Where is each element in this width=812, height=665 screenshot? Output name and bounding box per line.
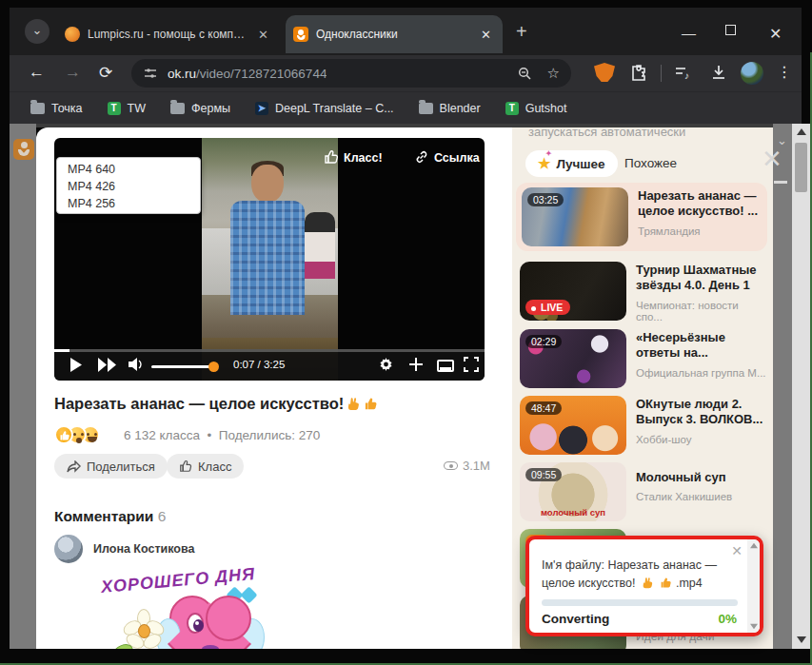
scroll-down-arrow[interactable] [797,636,806,643]
metamask-extension-icon[interactable] [594,63,615,82]
bookmark-tochka[interactable]: Точка [30,102,83,115]
bookmark-fermy[interactable]: Фермы [170,102,230,115]
tab-lumpics[interactable]: Lumpics.ru - помощь с компью... ✕ [57,17,280,51]
window-minimize-button[interactable]: — [682,25,696,41]
video-title-text: Нарезать ананас — целое искусство! [54,395,344,412]
comment-avatar[interactable] [54,535,83,563]
klass-button-label: Класс [198,460,231,474]
sparkle-star-icon: ★✦ [538,155,550,172]
popup-close-icon[interactable]: ✕ [731,543,743,558]
theater-mode-icon[interactable] [437,360,454,372]
next-button[interactable] [98,358,117,372]
related-title: Молочный суп [636,470,765,485]
popup-scrollbar[interactable] [747,539,760,633]
browser-tab-bar: ⌄ Lumpics.ru - помощь с компью... ✕ Одно… [10,8,802,55]
svg-text:♪: ♪ [684,70,689,81]
page-scrollbar[interactable] [792,124,810,649]
tab-close-icon[interactable]: ✕ [254,28,272,42]
comment-author[interactable]: Илона Костикова [93,542,194,556]
site-settings-icon[interactable] [143,66,158,81]
comments-count: 6 [158,508,167,524]
forward-button[interactable]: → [65,63,81,82]
sticker-lips [202,645,219,649]
window-close-button[interactable]: ✕ [769,25,782,43]
live-badge: LIVE [525,300,570,315]
related-title: Турнир Шахматные звёзды 4.0. День 1 [636,263,765,293]
victory-hand-emoji [642,577,654,595]
add-button[interactable] [408,357,424,372]
popup-filename: Ім'я файлу: Нарезать ананас — целое иску… [542,557,732,595]
video-title: Нарезать ананас — целое искусство! [54,395,378,415]
new-tab-button[interactable]: + [516,21,527,43]
tab-search-chevron-button[interactable]: ⌄ [25,19,50,44]
related-author: Сталик Ханкишиев [636,491,732,502]
popup-scroll-up-icon[interactable] [750,543,758,549]
progress-bar[interactable] [54,349,485,352]
profile-avatar[interactable] [741,62,763,85]
bookmark-deepl[interactable]: ➤DeepL Translate – C... [255,102,394,115]
play-button[interactable] [69,358,83,372]
scrollbar-thumb[interactable] [795,143,807,192]
related-video-item[interactable]: 03:25 Нарезать ананас — целое искусство!… [522,187,769,246]
klass-overlay-button[interactable]: Класс! [344,151,383,165]
tab-similar[interactable]: Похожее [624,156,677,170]
quality-dropdown: MP4 640 MP4 426 MP4 256 [56,157,201,214]
settings-gear-icon[interactable] [378,357,394,373]
zoom-icon[interactable] [518,67,532,81]
extensions-puzzle-icon[interactable] [630,64,647,85]
thumbs-up-emoji [364,397,378,415]
bookmark-gutshot[interactable]: TGutshot [505,102,567,115]
progress-fill [54,349,69,352]
scroll-up-arrow[interactable] [797,128,806,135]
tab-close-icon[interactable]: ✕ [477,28,495,42]
related-video-item[interactable]: LIVE Турнир Шахматные звёзды 4.0. День 1… [520,262,767,321]
url-path: /video/7128721066744 [196,67,327,81]
related-author: Чемпионат: новости спо... [636,300,767,323]
window-maximize-button[interactable] [725,25,736,35]
bookmark-label: Gutshot [525,102,567,115]
related-title: Нарезать ананас — целое искусство! ... [638,188,767,219]
tab-best[interactable]: ★✦ Лучшее [525,150,618,177]
bookmark-blender[interactable]: Blender [419,102,481,115]
likes-count[interactable]: 6 132 класса [124,428,200,442]
klass-button[interactable]: Класс [167,454,244,479]
related-video-item[interactable]: 09:55молочный суп Молочный суп Сталик Ха… [520,462,767,521]
autoplay-notice: запускаться автоматически [528,127,685,139]
dimmed-overlay-right [773,124,792,649]
address-bar[interactable]: ok.ru/video/7128721066744 ☆ [131,59,571,88]
video-thumbnail: 02:29 [520,329,626,388]
popup-scroll-down-icon[interactable] [750,624,758,630]
bookmark-label: TW [128,102,146,115]
layer-close-icon[interactable]: ✕ [762,145,782,174]
downloads-icon[interactable] [710,64,727,85]
bookmark-label: Точка [51,102,83,115]
volume-knob[interactable] [208,362,219,372]
link-icon[interactable] [414,149,429,165]
klass-thumb-icon[interactable] [324,149,339,165]
browser-menu-icon[interactable]: ⋮ [777,63,792,81]
reload-button[interactable]: ⟳ [99,63,112,83]
convert-popup[interactable]: ✕ Ім'я файлу: Нарезать ананас — целое ис… [525,536,763,636]
video-bystander [305,212,335,279]
video-layer-main: MP4 640 MP4 426 MP4 256 Класс! Ссылка 0:… [36,127,512,649]
share-button[interactable]: Поделиться [54,454,168,479]
volume-slider[interactable] [151,365,214,368]
shares-count[interactable]: Поделились: 270 [219,428,321,442]
fullscreen-icon[interactable] [464,357,479,372]
media-controls-icon[interactable]: ♪ [674,65,693,86]
bookmark-tw[interactable]: TTW [108,102,146,115]
quality-option-256[interactable]: MP4 256 [57,195,200,212]
related-author: Официальная группа М... [636,367,766,379]
video-thumbnail: LIVE [520,262,626,321]
back-button[interactable]: ← [29,63,45,82]
related-video-item[interactable]: 48:47 ОКнутые люди 2. Выпуск 3. ВОЛКОВ..… [520,396,767,455]
video-player[interactable]: MP4 640 MP4 426 MP4 256 Класс! Ссылка 0:… [54,138,485,381]
related-video-item[interactable]: 02:29 «Несерьёзные ответы на... Официаль… [520,329,767,388]
view-count-value: 3.1M [463,459,490,473]
quality-option-640[interactable]: MP4 640 [57,161,200,178]
bookmark-star-icon[interactable]: ☆ [547,65,560,82]
quality-option-426[interactable]: MP4 426 [57,178,200,195]
volume-icon[interactable] [129,357,146,372]
link-overlay-button[interactable]: Ссылка [434,151,480,165]
tab-odnoklassniki[interactable]: Одноклассники ✕ [286,15,503,53]
